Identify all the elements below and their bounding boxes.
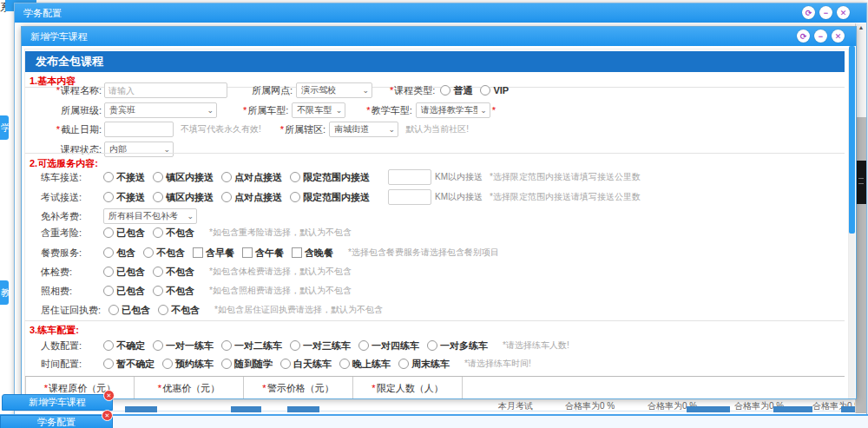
progress-bar [773, 406, 812, 412]
radio-icon [103, 267, 114, 277]
outer-window-titlebar[interactable]: 学务配置 ⟳ − ✕ [15, 3, 866, 23]
radio-icon [427, 340, 437, 351]
divider [25, 320, 845, 321]
radio-retake-insurance-0[interactable]: 已包含 [103, 227, 145, 240]
status-select[interactable]: 内部 ⌄ [104, 142, 174, 157]
minimize-icon[interactable]: − [814, 30, 827, 43]
practice-pickup-note: *选择限定范围内接送请填写接送公里数 [490, 171, 641, 183]
progress-bar [231, 406, 261, 412]
radio-people-2[interactable]: 一对二练车 [221, 339, 282, 352]
minimize-icon[interactable]: − [819, 6, 832, 19]
chevron-down-icon: ⌄ [187, 212, 194, 221]
radio-practice-pickup-1[interactable]: 镇区内接送 [153, 171, 214, 184]
radio-exam-pickup-0[interactable]: 不接送 [103, 191, 145, 204]
radio-course-type-vip[interactable]: VIP [480, 85, 509, 95]
background-sidebar-tab-1[interactable]: 学 [0, 115, 9, 140]
radio-practice-pickup-2[interactable]: 点对点接送 [221, 171, 282, 184]
deadline-input[interactable] [104, 122, 174, 137]
form-header: 发布全包课程 [25, 51, 845, 72]
deadline-label: 截止日期: [61, 124, 102, 135]
radio-meal-exclude[interactable]: 不包含 [143, 247, 185, 260]
car-type-select[interactable]: 不限车型 ⌄ [292, 102, 345, 118]
radio-icon [440, 85, 450, 95]
close-icon[interactable]: ✕ [832, 30, 845, 43]
radio-residence-1[interactable]: 不包含 [158, 304, 200, 317]
radio-residence-0[interactable]: 已包含 [108, 304, 150, 317]
radio-practice-pickup-0[interactable]: 不接送 [103, 171, 145, 184]
radio-icon [158, 305, 168, 315]
people-config-note: *请选择练车人数! [503, 339, 569, 352]
practice-km-input[interactable] [388, 169, 431, 185]
modal-titlebar[interactable]: 新增学车课程 ⟳ − ✕ [22, 27, 856, 46]
course-name-input[interactable] [104, 82, 227, 98]
radio-time-4[interactable]: 晚上练车 [339, 358, 391, 371]
modal-scrollbar-thumb[interactable] [849, 46, 855, 234]
class-select[interactable]: 贵宾班 ⌄ [104, 102, 217, 118]
physical-label: 体检费: [41, 266, 103, 279]
field-row-meal: 餐费服务: 包含 不包含 含早餐 含午餐 含晚餐 *选择包含餐费服务请选择包含餐… [34, 245, 835, 260]
refresh-icon[interactable]: ⟳ [797, 30, 810, 43]
modal-body: 发布全包课程 1.基本内容 *课程名称: 所属网点: 演示驾校 ⌄ *课程类型:… [22, 46, 856, 398]
close-icon[interactable]: ✕ [103, 390, 115, 401]
window-add-driving-course: 新增学车课程 ⟳ − ✕ 发布全包课程 1.基本内容 *课程名称: 所属网点: … [21, 26, 857, 399]
progress-bar [841, 406, 855, 412]
field-row-time-config: 时间配置: 暂不确定 预约练车 随到随学 白天练车 晚上练车 周末练车 *请选择… [34, 356, 835, 372]
radio-time-3[interactable]: 白天练车 [280, 358, 332, 371]
radio-time-0[interactable]: 暂不确定 [103, 358, 155, 371]
course-name-label: 课程名称: [61, 85, 102, 95]
radio-people-1[interactable]: 一对一练车 [153, 339, 214, 352]
radio-photo-0[interactable]: 已包含 [103, 285, 145, 298]
radio-icon [290, 172, 300, 182]
practice-pickup-label: 练车接送: [41, 171, 103, 184]
chevron-down-icon: ⌄ [389, 125, 396, 134]
radio-retake-insurance-1[interactable]: 不包含 [153, 227, 194, 240]
radio-time-5[interactable]: 周末练车 [398, 358, 450, 371]
radio-exam-pickup-2[interactable]: 点对点接送 [221, 191, 282, 204]
radio-people-0[interactable]: 不确定 [103, 339, 145, 352]
district-select[interactable]: 南城街道 ⌄ [329, 122, 398, 137]
teach-car-select[interactable]: 请选择教学车型 ⌄ [416, 102, 490, 118]
close-icon[interactable]: ✕ [837, 6, 850, 19]
radio-exam-pickup-3[interactable]: 限定范围内接送 [290, 191, 370, 204]
radio-physical-0[interactable]: 已包含 [103, 266, 145, 279]
radio-icon [339, 359, 350, 369]
course-type-label: 课程类型: [394, 85, 435, 95]
car-type-label: 所属车型: [247, 105, 288, 115]
exam-pickup-note: *选择限定范围内接送请填写接送公里数 [490, 191, 641, 203]
time-config-note: *请选择练车时间! [464, 358, 531, 370]
scrollbar-grip [858, 178, 864, 179]
radio-people-3[interactable]: 一对三练车 [290, 339, 351, 352]
radio-exam-pickup-1[interactable]: 镇区内接送 [153, 191, 214, 204]
meal-label: 餐费服务: [41, 247, 103, 260]
radio-people-4[interactable]: 一对四练车 [358, 339, 419, 352]
residence-label: 居住证回执费: [41, 304, 103, 317]
retake-fee-select[interactable]: 所有科目不包补考 ⌄ [103, 208, 197, 224]
price-table-header-limit: *限定人数（人） [353, 377, 463, 398]
radio-time-1[interactable]: 预约练车 [162, 358, 214, 371]
exam-km-input[interactable] [388, 189, 431, 205]
radio-icon [221, 359, 232, 369]
taskbar-tab-student-affairs[interactable]: 学务配置 [0, 415, 113, 428]
taskbar-tab-add-course[interactable]: 新增学车课程 [2, 394, 113, 411]
checkbox-meal-lunch[interactable]: 含午餐 [242, 247, 284, 260]
field-row-practice-pickup: 练车接送: 不接送 镇区内接送 点对点接送 限定范围内接送 KM以内接送 *选择… [34, 169, 835, 185]
field-row-photo: 照相费: 已包含 不包含 *如包含照相费请选择，默认为不包含 [34, 283, 835, 299]
modal-scrollbar[interactable] [849, 46, 855, 398]
background-sidebar-tab-2[interactable]: 教 [0, 280, 9, 305]
scrollbar-thumb[interactable] [856, 161, 866, 204]
radio-physical-1[interactable]: 不包含 [153, 266, 194, 279]
radio-icon [153, 286, 163, 296]
scroll-up-icon[interactable]: ▲ [856, 24, 866, 30]
branch-select[interactable]: 演示驾校 ⌄ [296, 82, 372, 98]
radio-time-2[interactable]: 随到随学 [221, 358, 273, 371]
checkbox-icon [292, 247, 302, 258]
radio-practice-pickup-3[interactable]: 限定范围内接送 [290, 171, 370, 184]
refresh-icon[interactable]: ⟳ [802, 6, 815, 19]
checkbox-meal-breakfast[interactable]: 含早餐 [193, 247, 234, 260]
checkbox-meal-dinner[interactable]: 含晚餐 [292, 247, 333, 260]
radio-people-5[interactable]: 一对多练车 [427, 339, 488, 352]
radio-meal-include[interactable]: 包含 [103, 247, 135, 260]
radio-photo-1[interactable]: 不包含 [153, 285, 194, 298]
radio-course-type-normal[interactable]: 普通 [440, 84, 472, 97]
close-icon[interactable]: ✕ [102, 410, 113, 421]
